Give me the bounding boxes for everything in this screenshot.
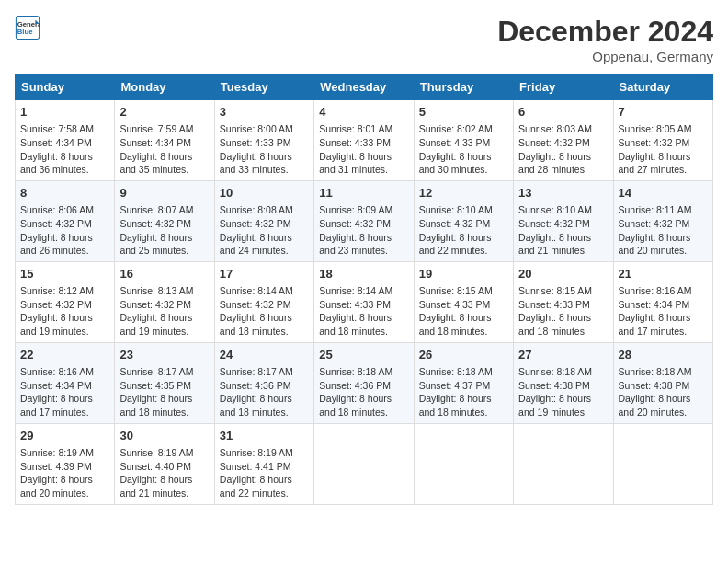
day-info: Sunrise: 8:16 AMSunset: 4:34 PMDaylight:… bbox=[619, 284, 708, 339]
day-cell-24: 24Sunrise: 8:17 AMSunset: 4:36 PMDayligh… bbox=[214, 342, 313, 423]
day-number: 16 bbox=[119, 266, 209, 282]
logo: General Blue bbox=[15, 15, 40, 40]
day-info: Sunrise: 8:18 AMSunset: 4:38 PMDaylight:… bbox=[518, 365, 608, 419]
day-cell-13: 13Sunrise: 8:10 AMSunset: 4:32 PMDayligh… bbox=[514, 180, 613, 261]
day-number: 14 bbox=[619, 185, 708, 201]
day-cell-20: 20Sunrise: 8:15 AMSunset: 4:33 PMDayligh… bbox=[514, 261, 613, 342]
day-cell-11: 11Sunrise: 8:09 AMSunset: 4:32 PMDayligh… bbox=[314, 180, 414, 261]
col-header-wednesday: Wednesday bbox=[314, 75, 414, 100]
day-info: Sunrise: 8:07 AMSunset: 4:32 PMDaylight:… bbox=[119, 203, 209, 258]
day-info: Sunrise: 8:11 AMSunset: 4:32 PMDaylight:… bbox=[619, 203, 708, 258]
logo-icon: General Blue bbox=[15, 15, 40, 40]
day-number: 10 bbox=[220, 185, 309, 201]
day-number: 20 bbox=[518, 266, 608, 282]
day-info: Sunrise: 8:14 AMSunset: 4:33 PMDaylight:… bbox=[319, 284, 408, 339]
day-cell-12: 12Sunrise: 8:10 AMSunset: 4:32 PMDayligh… bbox=[414, 180, 513, 261]
week-row-5: 29Sunrise: 8:19 AMSunset: 4:39 PMDayligh… bbox=[16, 423, 713, 504]
day-info: Sunrise: 8:01 AMSunset: 4:33 PMDaylight:… bbox=[319, 122, 408, 177]
day-cell-19: 19Sunrise: 8:15 AMSunset: 4:33 PMDayligh… bbox=[414, 261, 513, 342]
empty-cell bbox=[514, 423, 613, 504]
day-number: 29 bbox=[20, 428, 109, 444]
col-header-monday: Monday bbox=[115, 75, 214, 100]
day-number: 28 bbox=[619, 347, 708, 363]
svg-text:General: General bbox=[17, 20, 40, 29]
day-number: 3 bbox=[220, 104, 309, 121]
day-info: Sunrise: 8:06 AMSunset: 4:32 PMDaylight:… bbox=[20, 203, 109, 258]
month-title: December 2024 bbox=[497, 15, 713, 49]
page-header: General Blue December 2024 Oppenau, Germ… bbox=[15, 15, 713, 64]
day-number: 19 bbox=[419, 266, 508, 282]
day-cell-10: 10Sunrise: 8:08 AMSunset: 4:32 PMDayligh… bbox=[214, 180, 313, 261]
day-cell-21: 21Sunrise: 8:16 AMSunset: 4:34 PMDayligh… bbox=[613, 261, 712, 342]
day-info: Sunrise: 8:13 AMSunset: 4:32 PMDaylight:… bbox=[119, 284, 209, 339]
day-number: 13 bbox=[518, 185, 608, 201]
empty-cell bbox=[414, 423, 513, 504]
day-info: Sunrise: 8:05 AMSunset: 4:32 PMDaylight:… bbox=[619, 122, 708, 177]
day-cell-1: 1Sunrise: 7:58 AMSunset: 4:34 PMDaylight… bbox=[16, 100, 115, 181]
day-number: 18 bbox=[319, 266, 408, 282]
empty-cell bbox=[314, 423, 414, 504]
day-info: Sunrise: 8:16 AMSunset: 4:34 PMDaylight:… bbox=[20, 365, 109, 419]
col-header-friday: Friday bbox=[514, 75, 613, 100]
day-cell-2: 2Sunrise: 7:59 AMSunset: 4:34 PMDaylight… bbox=[115, 100, 214, 181]
day-info: Sunrise: 8:08 AMSunset: 4:32 PMDaylight:… bbox=[220, 203, 309, 258]
day-info: Sunrise: 8:02 AMSunset: 4:33 PMDaylight:… bbox=[419, 122, 508, 177]
day-cell-9: 9Sunrise: 8:07 AMSunset: 4:32 PMDaylight… bbox=[115, 180, 214, 261]
day-info: Sunrise: 8:15 AMSunset: 4:33 PMDaylight:… bbox=[419, 284, 508, 339]
day-info: Sunrise: 8:17 AMSunset: 4:36 PMDaylight:… bbox=[220, 365, 309, 419]
day-number: 2 bbox=[119, 104, 209, 121]
week-row-3: 15Sunrise: 8:12 AMSunset: 4:32 PMDayligh… bbox=[16, 261, 713, 342]
week-row-1: 1Sunrise: 7:58 AMSunset: 4:34 PMDaylight… bbox=[16, 100, 713, 181]
day-cell-23: 23Sunrise: 8:17 AMSunset: 4:35 PMDayligh… bbox=[115, 342, 214, 423]
day-cell-8: 8Sunrise: 8:06 AMSunset: 4:32 PMDaylight… bbox=[16, 180, 115, 261]
col-header-thursday: Thursday bbox=[414, 75, 513, 100]
day-number: 23 bbox=[119, 347, 209, 363]
day-number: 4 bbox=[319, 104, 408, 121]
day-cell-28: 28Sunrise: 8:18 AMSunset: 4:38 PMDayligh… bbox=[613, 342, 712, 423]
location: Oppenau, Germany bbox=[497, 49, 713, 64]
day-cell-3: 3Sunrise: 8:00 AMSunset: 4:33 PMDaylight… bbox=[214, 100, 313, 181]
day-number: 15 bbox=[20, 266, 109, 282]
day-cell-14: 14Sunrise: 8:11 AMSunset: 4:32 PMDayligh… bbox=[613, 180, 712, 261]
day-info: Sunrise: 8:18 AMSunset: 4:37 PMDaylight:… bbox=[419, 365, 508, 419]
day-number: 1 bbox=[20, 104, 109, 121]
day-info: Sunrise: 8:17 AMSunset: 4:35 PMDaylight:… bbox=[119, 365, 209, 419]
day-number: 21 bbox=[619, 266, 708, 282]
day-number: 27 bbox=[518, 347, 608, 363]
day-cell-17: 17Sunrise: 8:14 AMSunset: 4:32 PMDayligh… bbox=[214, 261, 313, 342]
day-cell-22: 22Sunrise: 8:16 AMSunset: 4:34 PMDayligh… bbox=[16, 342, 115, 423]
day-info: Sunrise: 8:19 AMSunset: 4:39 PMDaylight:… bbox=[20, 446, 109, 500]
day-info: Sunrise: 7:58 AMSunset: 4:34 PMDaylight:… bbox=[20, 122, 109, 177]
day-number: 30 bbox=[119, 428, 209, 444]
day-number: 8 bbox=[20, 185, 109, 201]
day-info: Sunrise: 8:10 AMSunset: 4:32 PMDaylight:… bbox=[419, 203, 508, 258]
day-info: Sunrise: 8:19 AMSunset: 4:41 PMDaylight:… bbox=[220, 446, 309, 500]
day-number: 22 bbox=[20, 347, 109, 363]
calendar-header-row: SundayMondayTuesdayWednesdayThursdayFrid… bbox=[16, 75, 713, 100]
week-row-4: 22Sunrise: 8:16 AMSunset: 4:34 PMDayligh… bbox=[16, 342, 713, 423]
day-info: Sunrise: 8:03 AMSunset: 4:32 PMDaylight:… bbox=[518, 122, 608, 177]
day-info: Sunrise: 8:15 AMSunset: 4:33 PMDaylight:… bbox=[518, 284, 608, 339]
day-cell-15: 15Sunrise: 8:12 AMSunset: 4:32 PMDayligh… bbox=[16, 261, 115, 342]
day-cell-25: 25Sunrise: 8:18 AMSunset: 4:36 PMDayligh… bbox=[314, 342, 414, 423]
day-info: Sunrise: 8:18 AMSunset: 4:36 PMDaylight:… bbox=[319, 365, 408, 419]
day-info: Sunrise: 8:00 AMSunset: 4:33 PMDaylight:… bbox=[220, 122, 309, 177]
col-header-sunday: Sunday bbox=[16, 75, 115, 100]
day-cell-27: 27Sunrise: 8:18 AMSunset: 4:38 PMDayligh… bbox=[514, 342, 613, 423]
week-row-2: 8Sunrise: 8:06 AMSunset: 4:32 PMDaylight… bbox=[16, 180, 713, 261]
day-number: 7 bbox=[619, 104, 708, 121]
day-cell-16: 16Sunrise: 8:13 AMSunset: 4:32 PMDayligh… bbox=[115, 261, 214, 342]
calendar-body: 1Sunrise: 7:58 AMSunset: 4:34 PMDaylight… bbox=[16, 100, 713, 505]
day-info: Sunrise: 8:14 AMSunset: 4:32 PMDaylight:… bbox=[220, 284, 309, 339]
day-number: 12 bbox=[419, 185, 508, 201]
title-area: December 2024 Oppenau, Germany bbox=[497, 15, 713, 64]
calendar-table: SundayMondayTuesdayWednesdayThursdayFrid… bbox=[15, 74, 713, 505]
svg-text:Blue: Blue bbox=[17, 28, 33, 36]
day-number: 5 bbox=[419, 104, 508, 121]
day-info: Sunrise: 8:18 AMSunset: 4:38 PMDaylight:… bbox=[619, 365, 708, 419]
day-cell-6: 6Sunrise: 8:03 AMSunset: 4:32 PMDaylight… bbox=[514, 100, 613, 181]
day-cell-18: 18Sunrise: 8:14 AMSunset: 4:33 PMDayligh… bbox=[314, 261, 414, 342]
day-number: 31 bbox=[220, 428, 309, 444]
day-number: 17 bbox=[220, 266, 309, 282]
day-info: Sunrise: 7:59 AMSunset: 4:34 PMDaylight:… bbox=[119, 122, 209, 177]
